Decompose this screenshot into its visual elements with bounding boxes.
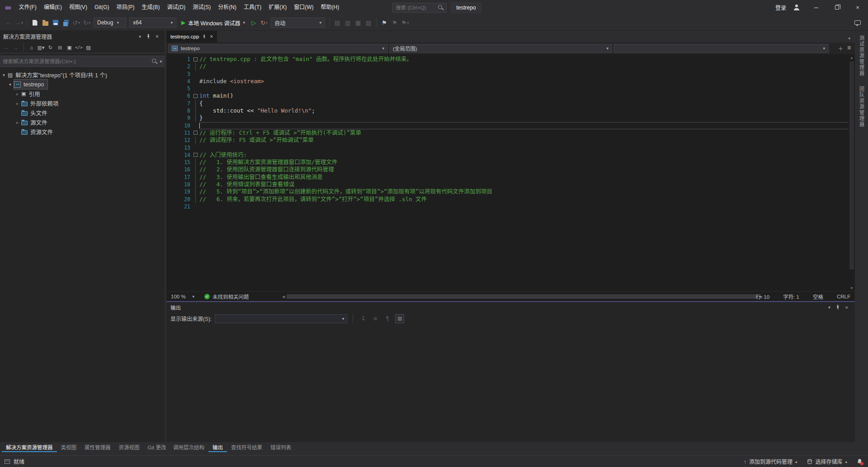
menu-item-7[interactable]: 测试(S): [189, 0, 214, 15]
output-content[interactable]: [166, 325, 855, 442]
redo-icon[interactable]: ↻▾: [82, 17, 92, 28]
type-scope-dropdown[interactable]: (全局范围) ▾: [389, 44, 612, 53]
code-line-17[interactable]: 17// 3. 使用输出窗口查看生成输出和其他消息: [166, 174, 855, 181]
breakpoint-margin[interactable]: [166, 92, 178, 99]
hot-reload-mode-dropdown[interactable]: 自动▾: [271, 18, 325, 28]
autoscroll-icon[interactable]: ⊞: [395, 314, 404, 323]
open-file-icon[interactable]: [40, 17, 50, 28]
code-line-12[interactable]: 12// 调试程序: F5 或调试 >“开始调试”菜单: [166, 137, 855, 144]
sign-in-button[interactable]: 登录: [771, 4, 791, 11]
pin-icon[interactable]: [144, 33, 153, 41]
project-scope-dropdown[interactable]: ++ testrepo ▾: [168, 44, 388, 53]
code-line-9[interactable]: 9}: [166, 114, 855, 122]
breakpoint-margin[interactable]: [166, 166, 178, 173]
breakpoint-margin[interactable]: [166, 174, 178, 181]
panel-tab-left-0[interactable]: 解决方案资源管理器: [2, 442, 57, 452]
fold-margin[interactable]: [193, 129, 199, 137]
find-in-files-icon[interactable]: ▤: [332, 17, 342, 28]
save-icon[interactable]: [51, 17, 61, 28]
code-line-8[interactable]: 8 std::cout << "Hello World!\n";: [166, 107, 855, 114]
scrollbar-thumb[interactable]: [287, 294, 758, 299]
solution-explorer-search-input[interactable]: [3, 59, 150, 64]
panel-tab-center-2[interactable]: 查找符号结果: [227, 442, 266, 452]
breakpoint-margin[interactable]: [166, 71, 178, 78]
editor-vertical-scrollbar[interactable]: ▲ ▼: [849, 54, 855, 291]
breakpoint-margin[interactable]: [166, 122, 178, 129]
background-tasks-icon[interactable]: [5, 459, 10, 464]
clear-all-icon[interactable]: ≋: [371, 314, 380, 323]
collapse-region-icon[interactable]: [193, 94, 198, 98]
tree-expanded-icon[interactable]: ▾: [0, 73, 8, 77]
pin-icon[interactable]: [834, 303, 842, 311]
breakpoint-margin[interactable]: [166, 159, 178, 166]
code-line-11[interactable]: 11// 运行程序: Ctrl + F5 或调试 >“开始执行(不调试)”菜单: [166, 129, 855, 137]
scrollbar-thumb[interactable]: [849, 61, 854, 269]
tree-item-project[interactable]: ▾++testrepo: [0, 80, 165, 89]
window-menu-icon[interactable]: ▾: [136, 33, 144, 41]
save-all-icon[interactable]: [61, 17, 71, 28]
breakpoint-margin[interactable]: [166, 181, 178, 188]
panel-tab-left-2[interactable]: 属性管理器: [80, 442, 115, 452]
menu-item-1[interactable]: 编辑(E): [40, 0, 66, 15]
breakpoint-margin[interactable]: [166, 78, 178, 85]
code-line-21[interactable]: 21: [166, 203, 855, 210]
solution-explorer-search[interactable]: ▾: [0, 56, 165, 67]
menu-item-4[interactable]: 项目(P): [113, 0, 138, 15]
code-line-10[interactable]: 10: [166, 122, 855, 129]
menu-item-9[interactable]: 工具(T): [240, 0, 265, 15]
panel-tab-left-3[interactable]: 资源视图: [115, 442, 144, 452]
code-line-7[interactable]: 7{: [166, 100, 855, 107]
tree-expanded-icon[interactable]: ▾: [6, 82, 14, 87]
account-icon[interactable]: [793, 5, 799, 10]
editor-horizontal-scrollbar[interactable]: ◀ ▶: [280, 293, 764, 300]
comment-icon[interactable]: ▧: [363, 17, 373, 28]
undo-icon[interactable]: ↺▾: [71, 17, 81, 28]
collapse-region-icon[interactable]: [193, 131, 198, 135]
fold-margin[interactable]: [193, 92, 199, 99]
tree-collapsed-icon[interactable]: ▹: [14, 92, 21, 96]
panel-tab-center-3[interactable]: 错误列表: [266, 442, 295, 452]
breakpoint-margin[interactable]: [166, 151, 178, 159]
panel-tab-left-4[interactable]: Git 更改: [144, 442, 170, 452]
output-source-dropdown[interactable]: ▾: [215, 314, 347, 323]
quick-launch-input[interactable]: [396, 5, 438, 10]
fold-margin[interactable]: [193, 151, 199, 159]
breakpoint-margin[interactable]: [166, 107, 178, 114]
solution-configuration-dropdown[interactable]: Debug▾: [94, 18, 126, 28]
tree-collapsed-icon[interactable]: ▹: [14, 101, 21, 106]
word-wrap-icon[interactable]: ¶: [383, 314, 392, 323]
pending-changes-filter-icon[interactable]: ▥▾: [37, 43, 45, 52]
breakpoint-margin[interactable]: [166, 114, 178, 122]
solution-explorer-header[interactable]: 解决方案资源管理器 ▾ ×: [0, 31, 165, 42]
scroll-left-icon[interactable]: ◀: [280, 295, 287, 299]
navigate-back-icon[interactable]: ←: [4, 17, 14, 28]
split-editor-icon[interactable]: ≣: [847, 45, 851, 52]
fold-margin[interactable]: [193, 56, 199, 63]
code-editor[interactable]: 1// testrepo.cpp : 此文件包含 "main" 函数。程序执行将…: [166, 54, 855, 291]
panel-tab-center-1[interactable]: 输出: [208, 442, 227, 452]
zoom-dropdown[interactable]: 100 %▾: [168, 292, 197, 301]
code-line-2[interactable]: 2//: [166, 63, 855, 70]
menu-item-0[interactable]: 文件(F): [15, 0, 40, 15]
indent-icon[interactable]: ▦: [353, 17, 363, 28]
menu-item-10[interactable]: 扩展(X): [265, 0, 290, 15]
code-line-19[interactable]: 19// 5. 转到“项目”>“添加新项”以创建新的代码文件，或转到“项目”>“…: [166, 188, 855, 195]
chevron-down-icon[interactable]: ▾: [160, 59, 162, 64]
forward-icon[interactable]: →: [12, 43, 20, 52]
window-menu-icon[interactable]: ▾: [825, 303, 834, 311]
breakpoint-margin[interactable]: [166, 144, 178, 151]
tree-item-solution[interactable]: ▾▤解决方案"testrepo"(1 个项目/共 1 个): [0, 70, 165, 80]
collapse-region-icon[interactable]: [193, 57, 198, 61]
navigate-forward-icon[interactable]: →▾: [14, 17, 24, 28]
code-line-6[interactable]: 6int main(): [166, 92, 855, 99]
code-line-14[interactable]: 14// 入门使用技巧:: [166, 151, 855, 159]
hot-reload-icon[interactable]: ↻▾: [259, 17, 269, 28]
right-autohide-tab-0[interactable]: 测试资源管理器: [858, 35, 865, 76]
breakpoint-margin[interactable]: [166, 137, 178, 144]
code-line-15[interactable]: 15// 1. 使用解决方案资源管理器窗口添加/管理文件: [166, 159, 855, 166]
tree-item-0[interactable]: ▹▣引用: [0, 89, 165, 99]
add-to-source-control-button[interactable]: ↑ 添加到源代码管理 ▴: [742, 457, 799, 466]
menu-item-11[interactable]: 窗口(W): [290, 0, 317, 15]
preview-code-icon[interactable]: </>: [75, 43, 83, 52]
document-health-indicator[interactable]: ✓ 未找到相关问题: [204, 292, 249, 301]
